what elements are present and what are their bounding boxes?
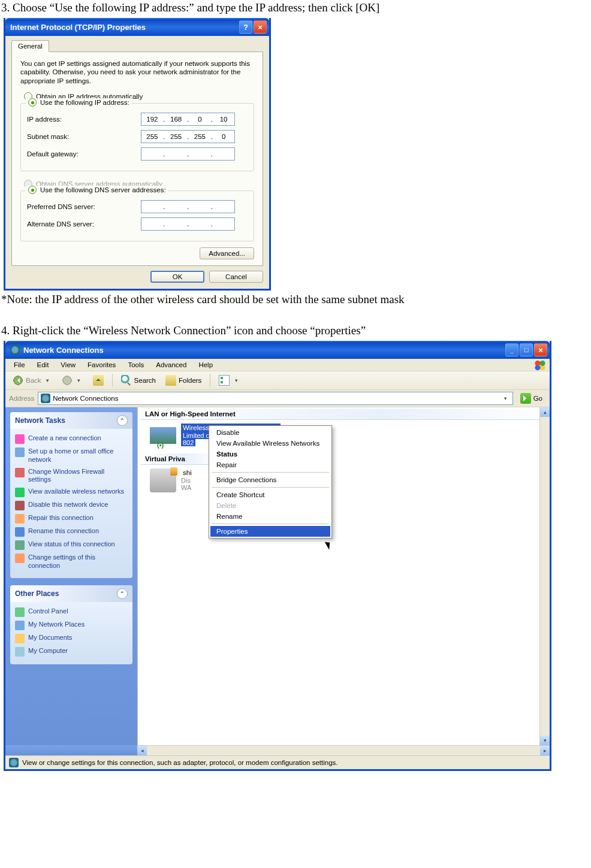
radio-icon	[28, 98, 37, 107]
scroll-right-button[interactable]: ▸	[540, 746, 550, 755]
context-menu-item-status[interactable]: Status	[210, 449, 330, 459]
radio-use-following-ip[interactable]: Use the following IP address:	[26, 98, 132, 107]
tab-general[interactable]: General	[11, 40, 49, 52]
preferred-dns-input[interactable]: . . .	[141, 200, 235, 213]
network-tasks-header[interactable]: Network Tasks ⌃	[10, 412, 132, 429]
manual-dns-fieldset: Use the following DNS server addresses: …	[20, 190, 254, 241]
dialog-titlebar[interactable]: Internet Protocol (TCP/IP) Properties ? …	[5, 18, 269, 36]
forward-icon	[62, 375, 73, 386]
place-label: My Documents	[28, 634, 72, 642]
window-title: Network Connections	[23, 346, 104, 355]
cancel-button[interactable]: Cancel	[209, 271, 263, 283]
menu-file[interactable]: File	[9, 361, 30, 369]
context-menu-item-properties[interactable]: Properties	[210, 526, 330, 537]
wireless-connection-icon	[150, 424, 176, 447]
context-menu-item-repair[interactable]: Repair	[210, 459, 330, 470]
manual-ip-fieldset: Use the following IP address: IP address…	[20, 103, 254, 171]
collapse-icon[interactable]: ⌃	[117, 415, 128, 426]
chevron-down-icon: ▾	[75, 377, 83, 383]
sidebar-task-item[interactable]: Disable this network device	[15, 499, 128, 512]
mouse-cursor-icon	[325, 540, 333, 549]
help-button[interactable]: ?	[239, 20, 252, 34]
context-menu-item-bridge-connections[interactable]: Bridge Connections	[210, 474, 330, 485]
views-button[interactable]: ▾	[215, 374, 244, 387]
address-input[interactable]: Network Connections ▾	[38, 392, 512, 405]
task-label: Change Windows Firewall settings	[28, 468, 128, 485]
sidebar-place-item[interactable]: My Documents	[15, 632, 128, 645]
scroll-left-button[interactable]: ◂	[137, 746, 147, 755]
ip-address-input[interactable]: 192. 168. 0. 10	[141, 113, 235, 126]
place-icon	[15, 647, 25, 657]
ok-button[interactable]: OK	[150, 271, 204, 283]
scroll-down-button[interactable]: ▾	[540, 736, 550, 745]
task-icon	[15, 527, 25, 537]
task-label: Change settings of this connection	[28, 554, 128, 570]
tcpip-properties-dialog: Internet Protocol (TCP/IP) Properties ? …	[4, 18, 271, 291]
menu-view[interactable]: View	[56, 361, 80, 369]
up-button[interactable]	[89, 374, 107, 387]
network-connections-icon	[41, 394, 50, 403]
radio-use-following-dns[interactable]: Use the following DNS server addresses:	[26, 186, 168, 194]
context-menu-item-view-available-wireless-networks[interactable]: View Available Wireless Networks	[210, 438, 330, 449]
advanced-button[interactable]: Advanced...	[200, 247, 254, 259]
close-button[interactable]: ×	[534, 343, 547, 356]
default-gateway-input[interactable]: . . .	[141, 147, 235, 161]
close-button[interactable]: ×	[254, 20, 267, 34]
sidebar-task-item[interactable]: Rename this connection	[15, 525, 128, 539]
vpn-connection-icon	[150, 468, 176, 492]
menu-favorites[interactable]: Favorites	[83, 361, 120, 369]
dialog-tabstrip: General	[11, 40, 263, 52]
go-icon	[520, 393, 531, 404]
vertical-scrollbar[interactable]: ▴ ▾	[539, 407, 550, 745]
menu-bar: File Edit View Favorites Tools Advanced …	[5, 359, 550, 371]
context-menu-item-disable[interactable]: Disable	[210, 427, 330, 438]
status-bar: View or change settings for this connect…	[5, 755, 550, 769]
alternate-dns-input[interactable]: . . .	[141, 217, 235, 231]
sidebar-place-item[interactable]: My Network Places	[15, 619, 128, 632]
back-button[interactable]: Back ▾	[9, 374, 56, 387]
context-menu-item-create-shortcut[interactable]: Create Shortcut	[210, 489, 330, 500]
minimize-button[interactable]: _	[505, 343, 518, 356]
task-icon	[15, 488, 25, 497]
collapse-icon[interactable]: ⌃	[117, 588, 128, 599]
folders-button[interactable]: Folders	[162, 374, 205, 387]
sidebar-task-item[interactable]: Repair this connection	[15, 512, 128, 525]
search-button[interactable]: Search	[117, 374, 159, 387]
place-label: My Network Places	[28, 621, 85, 629]
horizontal-scrollbar[interactable]: ◂ ▸	[137, 745, 550, 755]
chevron-down-icon: ▾	[44, 377, 52, 383]
explorer-sidebar: Network Tasks ⌃ Create a new connectionS…	[5, 407, 137, 745]
back-label: Back	[26, 377, 41, 384]
task-icon	[15, 447, 25, 457]
dialog-description: You can get IP settings assigned automat…	[20, 59, 254, 85]
context-menu-item-rename[interactable]: Rename	[210, 511, 330, 522]
go-button[interactable]: Go	[517, 392, 546, 404]
radio-icon	[28, 186, 37, 194]
menu-edit[interactable]: Edit	[32, 361, 54, 369]
sidebar-task-item[interactable]: Change settings of this connection	[15, 552, 128, 572]
ip-address-label: IP address:	[27, 116, 141, 123]
task-label: Set up a home or small office network	[28, 447, 128, 464]
sidebar-task-item[interactable]: View available wireless networks	[15, 486, 128, 499]
menu-help[interactable]: Help	[194, 361, 218, 369]
menu-tools[interactable]: Tools	[123, 361, 149, 369]
window-titlebar[interactable]: Network Connections _ □ ×	[5, 341, 550, 359]
toolbar-separator	[210, 374, 210, 387]
forward-button: ▾	[58, 374, 87, 387]
sidebar-place-item[interactable]: Control Panel	[15, 606, 128, 619]
sidebar-task-item[interactable]: View status of this connection	[15, 539, 128, 552]
sidebar-task-item[interactable]: Change Windows Firewall settings	[15, 466, 128, 486]
scroll-up-button[interactable]: ▴	[540, 407, 550, 417]
statusbar-icon	[9, 758, 19, 767]
chevron-down-icon[interactable]: ▾	[502, 395, 510, 401]
sidebar-task-item[interactable]: Set up a home or small office network	[15, 446, 128, 466]
maximize-button[interactable]: □	[520, 343, 533, 356]
subnet-mask-input[interactable]: 255. 255. 255. 0	[141, 130, 235, 143]
menu-advanced[interactable]: Advanced	[151, 361, 191, 369]
sidebar-task-item[interactable]: Create a new connection	[15, 433, 128, 446]
sidebar-place-item[interactable]: My Computer	[15, 645, 128, 658]
place-icon	[15, 621, 25, 630]
preferred-dns-label: Preferred DNS server:	[27, 203, 141, 210]
place-label: Control Panel	[28, 607, 68, 616]
other-places-header[interactable]: Other Places ⌃	[10, 585, 132, 602]
